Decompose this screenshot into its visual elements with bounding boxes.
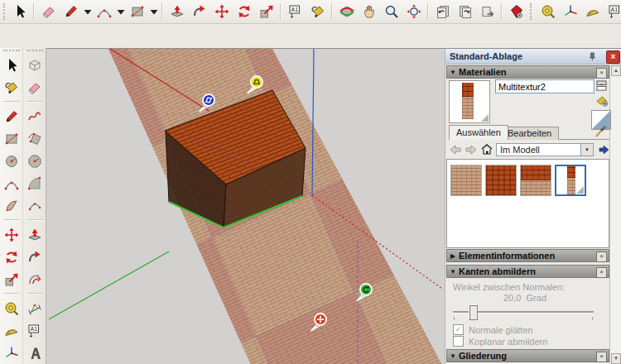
section-header-materials[interactable]: ▼ Materialien × [446, 65, 609, 79]
chevron-down-icon[interactable]: ▼ [580, 144, 593, 156]
caret-tool-button[interactable] [82, 1, 93, 22]
toolbar-separator [3, 219, 20, 221]
soften-coplanar-checkbox[interactable] [453, 336, 464, 347]
scroll-down-arrow[interactable]: ▼ [611, 353, 621, 364]
toolbar-grip[interactable] [3, 3, 5, 20]
pin-icon[interactable] [586, 51, 597, 62]
two-point-arc-tool-button[interactable] [24, 172, 46, 194]
model-canvas[interactable] [46, 49, 445, 364]
tape-tool-button[interactable] [1, 297, 22, 319]
tray-scrollbar[interactable]: ▲ ▼ [609, 65, 621, 364]
paint-tool-button[interactable] [306, 1, 329, 22]
select-icon [3, 57, 20, 74]
toolbar-separator [26, 219, 43, 221]
close-section-icon[interactable]: × [596, 251, 607, 262]
zoom-extents-tool-button[interactable] [402, 1, 425, 22]
protractor-tool-button[interactable] [581, 1, 604, 22]
rectangle-tool-button[interactable] [1, 127, 22, 150]
rotated-rectangle-tool-button[interactable] [24, 127, 46, 150]
select-tool-button[interactable] [8, 1, 31, 22]
text-tool-button[interactable]: A1 [604, 1, 621, 22]
section-header-soften-edges[interactable]: ▼ Kanten abmildern × [446, 265, 609, 278]
three-point-arc-tool-button[interactable] [24, 194, 46, 217]
angle-slider-thumb[interactable] [469, 304, 478, 320]
3d-viewport[interactable] [46, 48, 445, 364]
materials-nav-row: Im Modell ▼ [449, 142, 609, 156]
soften-coplanar-row: Koplanar abmildern [453, 336, 547, 347]
eraser-tool-button[interactable] [24, 76, 46, 98]
smooth-normals-checkbox[interactable]: ✓ [453, 324, 464, 335]
secondary-pane-toggle-button[interactable] [595, 79, 609, 92]
caret-tool-button[interactable] [148, 1, 159, 22]
zoom-window-tool-button[interactable] [476, 1, 498, 22]
orbit-tool-button[interactable] [335, 1, 358, 22]
details-arrow-icon[interactable] [597, 144, 609, 156]
text-tool-button[interactable]: A1 [284, 1, 306, 22]
push-pull-tool-button[interactable] [24, 223, 46, 246]
protractor-icon [3, 323, 20, 339]
scale-tool-button[interactable] [255, 1, 277, 22]
zoom-tool-button[interactable] [380, 1, 402, 22]
rotate-tool-button[interactable] [233, 1, 255, 22]
follow-me-tool-button[interactable] [24, 246, 46, 268]
scale-tool-button[interactable] [1, 268, 22, 290]
select-tool-button[interactable] [1, 54, 22, 76]
component-tool-button[interactable] [24, 54, 46, 76]
pie-tool-button[interactable] [1, 194, 22, 217]
close-section-icon[interactable]: × [596, 352, 607, 362]
freehand-tool-button[interactable] [24, 105, 46, 127]
toolbar-grip[interactable] [26, 50, 43, 51]
dimension-tool-button[interactable] [24, 297, 46, 319]
forward-arrow-icon[interactable] [465, 144, 477, 156]
polygon-tool-button[interactable] [24, 150, 46, 172]
tray-close-button[interactable]: × [606, 50, 620, 64]
offset-tool-button[interactable] [24, 268, 46, 290]
follow-me-tool-button[interactable] [188, 1, 210, 22]
line-tool-button[interactable] [1, 105, 22, 127]
arc-icon [96, 3, 113, 20]
axes-icon [562, 3, 579, 20]
pan-tool-button[interactable] [358, 1, 380, 22]
rotate-tool-button[interactable] [1, 246, 22, 268]
eraser-tool-button[interactable] [37, 1, 60, 22]
next-view-tool-button[interactable] [454, 1, 476, 22]
protractor-tool-button[interactable] [1, 319, 22, 342]
collection-dropdown[interactable]: Im Modell ▼ [496, 143, 594, 156]
prev-view-tool-button[interactable] [431, 1, 454, 22]
push-pull-tool-button[interactable] [166, 1, 188, 22]
eyedropper-icon[interactable] [595, 125, 608, 138]
material-name-input[interactable] [495, 79, 595, 93]
close-section-icon[interactable]: × [596, 267, 607, 278]
3d-text-tool-button[interactable] [24, 342, 46, 364]
axes-tool-button[interactable] [1, 342, 22, 364]
move-tool-button[interactable] [1, 223, 22, 246]
tab-bearbeiten[interactable]: Bearbeiten [500, 127, 559, 140]
tab-auswaehlen[interactable]: Auswählen [449, 125, 508, 140]
material-swatch-rooftiles[interactable] [485, 165, 517, 196]
collapse-arrow-icon: ▼ [447, 268, 459, 275]
axes-tool-button[interactable] [559, 1, 581, 22]
create-material-button[interactable] [595, 94, 609, 107]
arc-tool-button[interactable] [1, 172, 22, 194]
toolbar-grip[interactable] [3, 50, 20, 51]
eraser-icon [26, 79, 43, 96]
material-swatch-brick[interactable] [450, 165, 482, 196]
scroll-up-arrow[interactable]: ▲ [611, 65, 621, 76]
text-icon: A1 [26, 323, 43, 339]
section-header-element-info[interactable]: ▶ Elementinformationen × [446, 249, 609, 262]
tray-panel: Standard-Ablage × ▲ ▼ ▼ Materialien × Au… [445, 48, 621, 364]
text-tool-button[interactable]: A1 [24, 319, 46, 342]
tape-tool-button[interactable] [537, 1, 559, 22]
close-section-icon[interactable]: × [596, 68, 607, 79]
material-swatch-combined[interactable] [520, 165, 551, 196]
move-tool-button[interactable] [210, 1, 233, 22]
camera-tool-button[interactable] [505, 1, 527, 22]
home-icon[interactable] [480, 144, 493, 156]
back-arrow-icon[interactable] [449, 144, 461, 156]
follow-me-icon [191, 3, 208, 20]
caret-tool-button[interactable] [115, 1, 126, 22]
paint-tool-button[interactable] [1, 76, 22, 98]
circle-tool-button[interactable] [1, 150, 22, 172]
material-swatch-multitextur2[interactable] [555, 165, 586, 196]
section-header-outliner[interactable]: ▼ Gliederung × [446, 349, 609, 362]
